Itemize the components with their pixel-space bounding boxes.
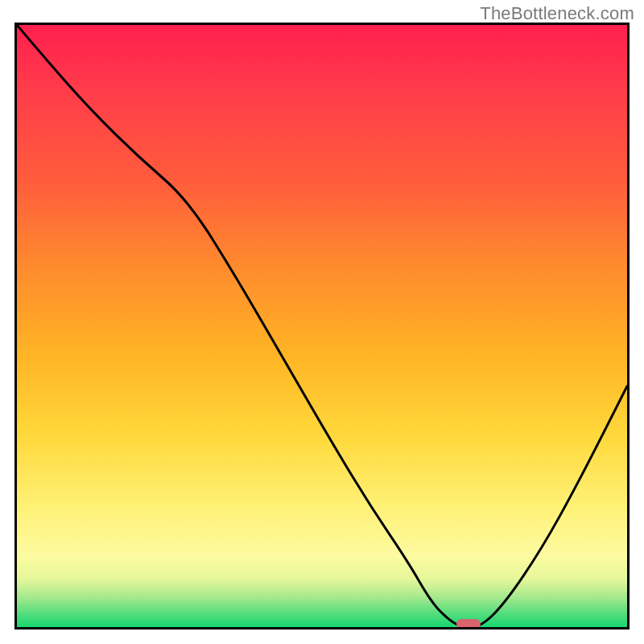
watermark-text: TheBottleneck.com [480,3,634,24]
chart-container: TheBottleneck.com [0,0,644,644]
optimum-marker [456,619,481,629]
bottleneck-curve [17,25,627,627]
plot-area [14,23,630,630]
